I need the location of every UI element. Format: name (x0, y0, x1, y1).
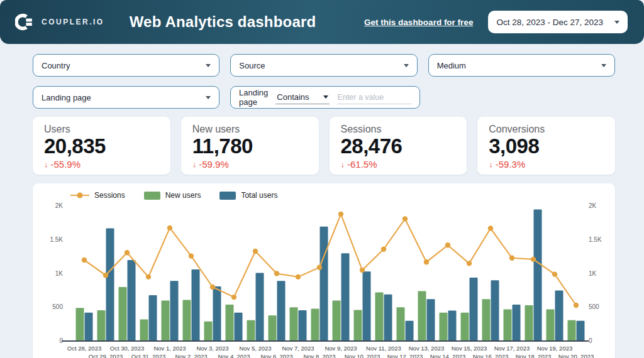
chevron-down-icon (206, 64, 211, 67)
date-range-picker[interactable]: Oct 28, 2023 - Dec 27, 2023 (488, 11, 628, 33)
contains-operator-select[interactable]: Contains (275, 90, 329, 104)
traffic-chart-card: Sessions New users Total users 05001K1.5… (33, 183, 615, 358)
legend-label: Total users (241, 191, 277, 200)
arrow-down-icon: ↓ (489, 160, 493, 169)
new-users-swatch (144, 192, 160, 200)
chevron-down-icon (206, 96, 211, 99)
legend-item-total-users[interactable]: Total users (219, 191, 277, 200)
filter-row-2: Landing page Landing page Contains (33, 86, 615, 109)
kpi-value: 11,780 (192, 135, 308, 158)
landing-page-contains-label: Landing page (239, 88, 268, 107)
kpi-value: 28,476 (341, 135, 456, 158)
sessions-line-swatch (70, 195, 89, 197)
chevron-down-icon (323, 95, 328, 99)
arrow-down-icon: ↓ (44, 160, 48, 169)
kpi-label: New users (192, 124, 308, 135)
kpi-card-conversions: Conversions 3,098 ↓-59.3% (477, 117, 615, 175)
kpi-card-users: Users 20,835 ↓-55.9% (33, 117, 170, 175)
get-dashboard-link[interactable]: Get this dashboard for free (364, 18, 473, 27)
kpi-label: Users (44, 124, 159, 135)
kpi-label: Conversions (489, 124, 604, 135)
chart-legend: Sessions New users Total users (70, 191, 277, 200)
x-axis-line (62, 340, 589, 342)
kpi-section: Users 20,835 ↓-55.9% New users 11,780 ↓-… (33, 117, 615, 175)
legend-item-sessions[interactable]: Sessions (70, 191, 125, 200)
chevron-down-icon (601, 64, 606, 67)
source-filter[interactable]: Source (230, 54, 417, 77)
chevron-down-icon (614, 21, 619, 24)
kpi-delta: -59.3% (496, 159, 526, 170)
app-header: COUPLER.IO Web Analytics dashboard Get t… (0, 0, 644, 44)
landing-page-value-input[interactable] (337, 91, 411, 104)
arrow-down-icon: ↓ (192, 160, 197, 169)
coupler-logo[interactable]: COUPLER.IO (15, 12, 104, 32)
total-users-swatch (219, 192, 236, 200)
filter-row-1: Country Source Medium (33, 54, 615, 77)
kpi-card-sessions: Sessions 28,476 ↓-61.5% (330, 117, 467, 175)
arrow-down-icon: ↓ (341, 160, 345, 169)
kpi-card-new-users: New users 11,780 ↓-59.9% (181, 117, 319, 175)
kpi-value: 20,835 (44, 135, 159, 158)
chart-canvas[interactable] (74, 201, 587, 341)
legend-label: New users (165, 191, 201, 200)
kpi-delta: -59.9% (199, 159, 229, 170)
medium-filter-label: Medium (437, 61, 466, 70)
coupler-logo-icon (15, 12, 35, 32)
coupler-logo-text: COUPLER.IO (42, 18, 104, 26)
landing-page-filter-label: Landing page (42, 93, 91, 102)
landing-page-filter[interactable]: Landing page (33, 86, 219, 109)
legend-label: Sessions (94, 191, 125, 200)
medium-filter[interactable]: Medium (428, 54, 615, 77)
filters-section: Country Source Medium Landing page Landi… (33, 54, 615, 109)
date-range-value: Oct 28, 2023 - Dec 27, 2023 (496, 18, 603, 27)
contains-operator-value: Contains (277, 92, 309, 102)
source-filter-label: Source (239, 61, 265, 70)
kpi-delta: -61.5% (347, 159, 377, 170)
chevron-down-icon (404, 64, 409, 67)
country-filter-label: Country (42, 61, 70, 70)
kpi-label: Sessions (341, 124, 456, 135)
landing-page-contains-filter: Landing page Contains (230, 86, 420, 109)
country-filter[interactable]: Country (33, 54, 219, 77)
kpi-delta: -55.9% (51, 159, 81, 170)
kpi-value: 3,098 (489, 135, 604, 158)
page-title: Web Analytics dashboard (130, 13, 316, 31)
legend-item-new-users[interactable]: New users (144, 191, 201, 200)
